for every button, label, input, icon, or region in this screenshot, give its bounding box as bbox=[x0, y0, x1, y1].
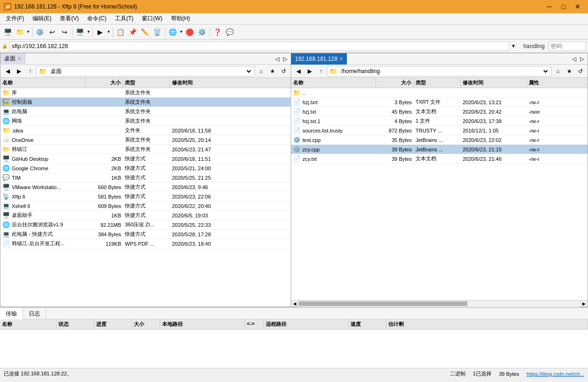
right-nav-up[interactable]: ↑ bbox=[316, 66, 326, 76]
left-nav-home[interactable]: ⌂ bbox=[256, 66, 266, 76]
menu-edit[interactable]: 编辑(E) bbox=[29, 14, 55, 24]
tb-arrow3[interactable]: ▼ bbox=[107, 30, 111, 34]
right-list-item[interactable]: ⚙️ test.cpp 35 Bytes JetBrains ... 2020/… bbox=[291, 135, 588, 145]
left-list-item[interactable]: 📄 韩镇江-后台开发工程... 119KB WPS PDF ... 2020/6… bbox=[0, 239, 291, 249]
right-nav-refresh[interactable]: ↺ bbox=[575, 66, 586, 76]
file-name-text: Xftp 6 bbox=[12, 194, 25, 199]
tb-btn4[interactable]: ↪ bbox=[59, 26, 70, 38]
tb-btn2[interactable]: ⚙️ bbox=[34, 26, 46, 38]
tb-btn6[interactable]: ▶ bbox=[95, 26, 106, 38]
left-list-item[interactable]: 📁 库 系统文件夹 bbox=[0, 88, 291, 98]
tb-arrow4[interactable]: ▼ bbox=[180, 30, 183, 34]
left-list-item[interactable]: 🖥️ 桌面助手 1KB 快捷方式 2020/6/5, 19:03 bbox=[0, 211, 291, 220]
tb-help[interactable]: ❓ bbox=[212, 26, 223, 38]
left-list-item[interactable]: 🖥️ VMware Workstatio... 660 Bytes 快捷方式 2… bbox=[0, 183, 291, 192]
menu-command[interactable]: 命令(C) bbox=[83, 14, 110, 24]
tb-btn5[interactable]: 🖥️ bbox=[74, 26, 86, 38]
right-list-item[interactable]: 📁 .. bbox=[291, 88, 588, 98]
right-tab-close[interactable]: ✕ bbox=[339, 56, 343, 61]
left-list-item[interactable]: 🌐 Google Chrome 2KB 快捷方式 2020/5/21, 24:0… bbox=[0, 164, 291, 173]
tb-folder-arrow[interactable]: ▼ bbox=[26, 30, 30, 34]
right-list-item[interactable]: 📄 hzj.txrt 3 Bytes TXRT 文件 2020/6/23, 13… bbox=[291, 98, 588, 107]
right-nav-bookmark[interactable]: ★ bbox=[564, 66, 574, 76]
tb-new-session[interactable]: 🖥️ bbox=[2, 26, 13, 38]
minimize-button[interactable]: ─ bbox=[543, 0, 556, 13]
left-list-item[interactable]: 🖥️ GitHub Desktop 2KB 快捷方式 2020/6/18, 11… bbox=[0, 154, 291, 164]
right-path-select[interactable]: /home/handling bbox=[339, 67, 549, 75]
menu-tools[interactable]: 工具(T) bbox=[111, 14, 137, 24]
tb-delete[interactable]: 🗑️ bbox=[152, 26, 163, 38]
left-col-size[interactable]: 大小 bbox=[85, 78, 123, 88]
maximize-button[interactable]: □ bbox=[557, 0, 570, 13]
scroll-left-btn[interactable]: ◀ bbox=[291, 300, 299, 307]
right-nav-back[interactable]: ◀ bbox=[293, 66, 303, 76]
tb-copy[interactable]: 📋 bbox=[115, 26, 126, 38]
right-col-size[interactable]: 大小 bbox=[376, 78, 414, 88]
left-list-item[interactable]: 🖼️ 控制面板 系统文件夹 bbox=[0, 98, 291, 107]
menu-help[interactable]: 帮助(H) bbox=[167, 14, 194, 24]
file-name-text: GitHub Desktop bbox=[12, 156, 49, 162]
right-bottom-scroll[interactable]: ◀ ▶ bbox=[291, 300, 588, 307]
left-list-item[interactable]: 📡 Xftp 6 581 Bytes 快捷方式 2020/6/23, 22:06 bbox=[0, 192, 291, 201]
left-list-item[interactable]: 💻 Xshell 6 609 Bytes 快捷方式 2020/6/22, 20:… bbox=[0, 201, 291, 211]
left-file-date: 2020/6/23, 21:47 bbox=[170, 146, 236, 153]
left-list-item[interactable]: 📁 .idea 文件夹 2020/6/18, 11:58 bbox=[0, 126, 291, 135]
left-nav-forward[interactable]: ▶ bbox=[14, 66, 24, 76]
right-col-type[interactable]: 类型 bbox=[414, 78, 461, 88]
left-list-item[interactable]: 💬 TIM 1KB 快捷方式 2020/5/25, 21:25 bbox=[0, 173, 291, 183]
tb-comment[interactable]: 💬 bbox=[224, 26, 236, 38]
scroll-right-btn[interactable]: ▶ bbox=[580, 300, 588, 307]
left-col-date[interactable]: 修改时间 bbox=[170, 78, 236, 88]
tb-rename[interactable]: ✏️ bbox=[139, 26, 151, 38]
password-input[interactable] bbox=[548, 42, 586, 51]
tb-btn3[interactable]: ↩ bbox=[47, 26, 58, 38]
left-tab-close[interactable]: ✕ bbox=[17, 56, 21, 61]
left-tab-next[interactable]: ▷ bbox=[282, 56, 289, 62]
left-tab-prev[interactable]: ◁ bbox=[274, 56, 281, 62]
scroll-thumb[interactable] bbox=[299, 301, 467, 306]
address-dropdown[interactable]: ▼ bbox=[511, 43, 516, 49]
right-list-item[interactable]: 📄 hzj.txt 45 Bytes 文本文档 2020/6/23, 20:42… bbox=[291, 107, 588, 116]
tab-log[interactable]: 日志 bbox=[23, 308, 46, 319]
menu-window[interactable]: 窗口(W) bbox=[138, 14, 166, 24]
left-list-item[interactable]: 💻 此电脑 - 快捷方式 384 Bytes 快捷方式 2020/5/28, 1… bbox=[0, 230, 291, 239]
left-list-item[interactable]: 📁 韩镇江 系统文件夹 2020/6/23, 21:47 bbox=[0, 145, 291, 154]
left-list-item[interactable]: 🌐 网络 系统文件夹 bbox=[0, 116, 291, 126]
status-size: 39 Bytes bbox=[499, 371, 519, 377]
menu-file[interactable]: 文件(F) bbox=[2, 14, 28, 24]
right-list-item[interactable]: 📄 zcy.txt 39 Bytes 文本文档 2020/6/23, 21:46… bbox=[291, 154, 588, 164]
tb-arrow2[interactable]: ▼ bbox=[87, 30, 90, 34]
left-col-name[interactable]: 名称 bbox=[0, 78, 85, 88]
left-nav-bookmark[interactable]: ★ bbox=[267, 66, 278, 76]
left-list-item[interactable]: 🌐 后台挂尔雅浏览器v1.9 92.21MB 360压缩 ZI... 2020/… bbox=[0, 220, 291, 230]
right-nav-home[interactable]: ⌂ bbox=[553, 66, 563, 76]
tb-open-folder[interactable]: 📁 bbox=[14, 26, 25, 38]
right-list-item[interactable]: 📄 hzj.txt.1 4 Bytes 1 文件 2020/6/23, 17:3… bbox=[291, 116, 588, 126]
right-list-item[interactable]: 📄 sources.list.trusty 872 Bytes TRUSTY .… bbox=[291, 126, 588, 135]
left-list-item[interactable]: 💻 此电脑 系统文件夹 bbox=[0, 107, 291, 116]
close-button[interactable]: ✕ bbox=[571, 0, 584, 13]
right-list-item[interactable]: ⚙️ zcy.cpp 39 Bytes JetBrains ... 2020/6… bbox=[291, 145, 588, 154]
left-tab-desktop[interactable]: 桌面 ✕ bbox=[0, 53, 25, 65]
tb-stop[interactable]: 🛑 bbox=[184, 26, 196, 38]
menu-view[interactable]: 查看(V) bbox=[56, 14, 82, 24]
right-col-date[interactable]: 修改时间 bbox=[461, 78, 527, 88]
right-tab-prev[interactable]: ◁ bbox=[571, 56, 578, 62]
left-path-select[interactable]: 桌面 bbox=[49, 67, 253, 75]
left-nav-back[interactable]: ◀ bbox=[2, 66, 13, 76]
right-tab-server[interactable]: 192.168.181.128 ✕ bbox=[291, 53, 347, 65]
tb-settings[interactable]: ⚙️ bbox=[196, 26, 208, 38]
right-col-perm[interactable]: 属性 bbox=[527, 78, 560, 88]
left-nav-up[interactable]: ↑ bbox=[25, 66, 35, 76]
right-tab-next[interactable]: ▷ bbox=[579, 56, 586, 62]
tab-transfer[interactable]: 传输 bbox=[0, 308, 23, 319]
left-col-type[interactable]: 类型 bbox=[123, 78, 170, 88]
tb-paste[interactable]: 📌 bbox=[127, 26, 139, 38]
right-nav-forward[interactable]: ▶ bbox=[304, 66, 315, 76]
left-list-item[interactable]: ☁️ OneDrive 系统文件夹 2020/5/25, 20:14 bbox=[0, 135, 291, 145]
tb-globe[interactable]: 🌐 bbox=[167, 26, 179, 38]
right-col-name[interactable]: 名称 bbox=[291, 78, 376, 88]
title-bar: 📁 192.168.181.128 - Xftp 6 (Free for Hom… bbox=[0, 0, 588, 13]
left-nav-refresh[interactable]: ↺ bbox=[278, 66, 289, 76]
address-input[interactable] bbox=[9, 42, 509, 51]
